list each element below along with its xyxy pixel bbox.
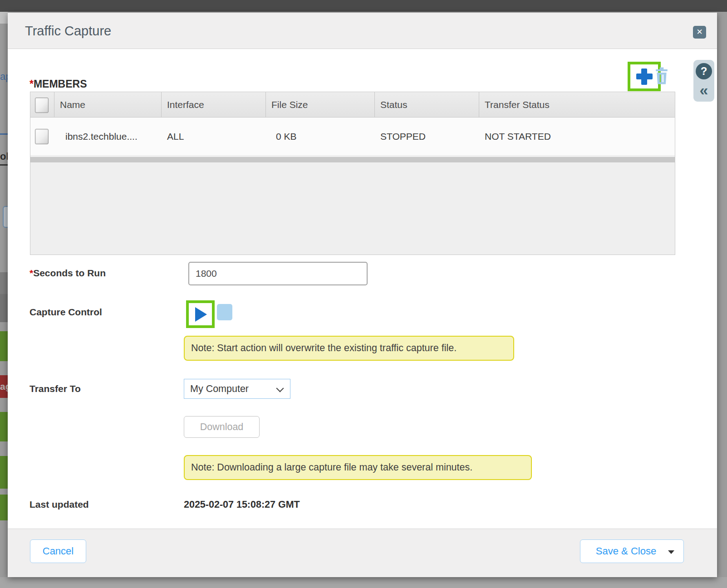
column-header-interface[interactable]: Interface [162,92,266,118]
trash-icon [654,66,669,85]
background-page-strip: ap ol ag [0,12,8,588]
members-label: *MEMBERS [29,78,87,90]
members-table: Name Interface File Size Status Transfer… [30,92,675,255]
dialog-footer: Cancel Save & Close [8,529,717,577]
horizontal-scrollbar[interactable] [30,157,675,162]
members-table-header: Name Interface File Size Status Transfer… [30,92,675,118]
caret-down-icon [668,550,674,554]
stop-icon[interactable] [217,304,232,320]
collapse-icon[interactable]: « [693,81,714,99]
transfer-to-label: Transfer To [29,383,81,394]
traffic-capture-dialog: Traffic Capture ✕ *MEMBERS ? « Name Inte… [8,13,717,577]
transfer-to-select[interactable]: My Computer [184,379,290,399]
table-empty-area [30,162,675,255]
header-checkbox-cell [30,92,54,118]
cancel-button[interactable]: Cancel [30,539,86,563]
column-header-transfer-status[interactable]: Transfer Status [479,92,676,118]
last-updated-label: Last updated [29,499,89,510]
members-label-text: MEMBERS [34,78,87,90]
last-updated-value: 2025-02-07 15:08:27 GMT [184,499,300,510]
column-header-file-size[interactable]: File Size [266,92,375,118]
play-icon[interactable] [195,307,207,322]
required-asterisk: * [29,78,34,90]
cell-transfer-status: NOT STARTED [479,118,676,155]
close-icon[interactable]: ✕ [693,26,706,39]
dialog-title: Traffic Capture [25,24,111,39]
background-page-strip-bottom [0,577,727,588]
cell-interface: ALL [162,118,266,155]
start-note: Note: Start action will overwrite the ex… [184,336,514,361]
dialog-header: Traffic Capture ✕ [8,13,717,49]
delete-icon[interactable] [654,66,669,85]
save-close-label: Save & Close [596,545,656,557]
start-capture-highlight-box [186,300,215,328]
transfer-to-value: My Computer [190,379,249,398]
background-page-strip-right [717,12,727,588]
cell-name: ibns2.techblue.... [54,118,162,155]
seconds-to-run-label-text: Seconds to Run [33,268,106,278]
row-checkbox[interactable] [35,129,49,144]
column-header-status[interactable]: Status [375,92,479,118]
select-all-checkbox[interactable] [35,98,49,113]
help-icon[interactable]: ? [696,63,712,79]
help-panel: ? « [693,60,714,102]
table-row[interactable]: ibns2.techblue.... ALL 0 KB STOPPED NOT … [30,118,675,155]
save-close-button[interactable]: Save & Close [580,539,684,563]
seconds-to-run-label: *Seconds to Run [29,268,106,279]
required-asterisk: * [29,268,33,278]
capture-control-label: Capture Control [29,307,102,318]
download-button[interactable]: Download [184,416,260,438]
cell-file-size: 0 KB [266,118,375,155]
add-icon[interactable] [635,68,653,86]
modal-dim-overlay [0,24,8,588]
chevron-down-icon [276,385,284,392]
download-note: Note: Downloading a large capture file m… [184,455,532,480]
seconds-to-run-input[interactable] [188,262,368,285]
cell-status: STOPPED [375,118,479,155]
browser-top-bar [0,0,727,12]
column-header-name[interactable]: Name [54,92,162,118]
